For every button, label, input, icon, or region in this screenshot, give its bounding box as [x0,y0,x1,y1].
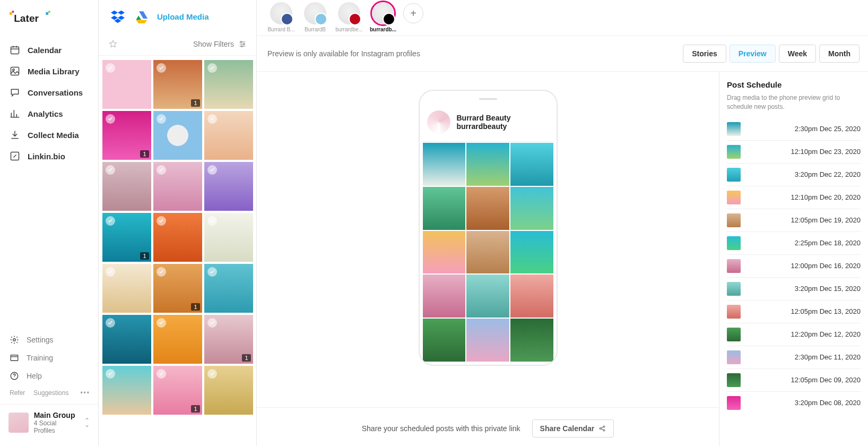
slot-thumbnail [727,350,741,364]
view-week-button[interactable]: Week [779,45,816,63]
grid-cell[interactable] [510,275,553,318]
grid-cell[interactable] [423,187,466,230]
footer-help[interactable]: Help [0,367,98,385]
google-drive-icon[interactable] [134,10,149,23]
media-tile[interactable] [204,60,253,109]
media-tile[interactable] [153,213,202,262]
schedule-slot[interactable]: 3:20pm Dec 15, 2020 [727,278,861,301]
media-tile[interactable] [153,315,202,364]
media-tile[interactable] [204,366,253,415]
schedule-slot[interactable]: 2:30pm Dec 25, 2020 [727,118,861,141]
footer-training[interactable]: Training [0,349,98,367]
check-icon [157,165,166,175]
profile-avatar [304,2,326,24]
schedule-title: Post Schedule [727,80,861,89]
grid-cell[interactable] [423,143,466,186]
media-tile[interactable]: 1 [153,264,202,313]
schedule-slot[interactable]: 12:20pm Dec 12, 2020 [727,323,861,346]
upload-media-link[interactable]: Upload Media [157,12,209,21]
grid-cell[interactable] [423,275,466,318]
grid-cell[interactable] [510,187,553,230]
grid-cell[interactable] [466,275,509,318]
instagram-grid[interactable] [422,142,554,363]
schedule-slot[interactable]: 2:30pm Dec 11, 2020 [727,346,861,369]
schedule-slot[interactable]: 12:05pm Dec 09, 2020 [727,369,861,392]
refer-link[interactable]: Refer [10,389,25,397]
media-tile[interactable] [153,111,202,160]
grid-cell[interactable] [510,231,553,274]
show-filters-label: Show Filters [193,40,234,48]
media-tile[interactable]: 1 [102,213,151,262]
nav-calendar[interactable]: Calendar [0,39,98,61]
media-tile[interactable] [204,264,253,313]
check-icon [207,369,217,379]
media-grid: 111111 [99,56,256,419]
share-calendar-button[interactable]: Share Calendar [532,419,614,438]
nav-conversations[interactable]: Conversations [0,82,98,103]
profile-tw[interactable]: BurrardB [301,2,329,32]
media-tile[interactable]: 1 [153,60,202,109]
grid-cell[interactable] [423,231,466,274]
grid-cell[interactable] [510,319,553,362]
media-tile[interactable] [102,264,151,313]
svg-rect-2 [46,12,48,15]
schedule-slot[interactable]: 12:10pm Dec 23, 2020 [727,141,861,164]
profile-ig[interactable]: burrardb... [369,2,397,32]
media-tile[interactable] [153,162,202,211]
collect-media-icon [10,130,20,140]
media-tile[interactable] [102,315,151,364]
grid-cell[interactable] [466,187,509,230]
media-tile[interactable]: 1 [102,111,151,160]
profile-fb[interactable]: Burrard B... [267,2,295,32]
profile-avatar [372,2,394,24]
view-preview-button[interactable]: Preview [730,45,776,63]
schedule-slot[interactable]: 12:10pm Dec 20, 2020 [727,186,861,209]
media-tile[interactable] [204,213,253,262]
nav-analytics[interactable]: Analytics [0,103,98,124]
nav-collect-media[interactable]: Collect Media [0,124,98,145]
footer-settings[interactable]: Settings [0,331,98,349]
profile-pn[interactable]: burrardbe... [335,2,363,32]
media-tile[interactable] [204,162,253,211]
media-tile[interactable]: 1 [204,315,253,364]
suggestions-link[interactable]: Suggestions [33,389,68,397]
avatar [427,110,450,134]
settings-icon [10,335,19,345]
media-tile[interactable]: 1 [153,366,202,415]
view-month-button[interactable]: Month [819,45,860,63]
check-icon [157,318,166,328]
media-tile[interactable] [102,366,151,415]
slot-time: 3:20pm Dec 22, 2020 [795,170,861,178]
dropbox-icon[interactable] [110,10,125,23]
slot-time: 3:20pm Dec 08, 2020 [795,399,861,407]
share-text: Share your scheduled posts with this pri… [362,424,520,433]
more-icon[interactable]: ••• [80,389,90,397]
svg-rect-10 [11,355,18,361]
media-tile[interactable] [102,162,151,211]
nav-media-library[interactable]: Media Library [0,61,98,82]
schedule-slot[interactable]: 12:05pm Dec 19, 2020 [727,209,861,232]
nav-linkinbio[interactable]: Linkin.bio [0,145,98,167]
media-tile[interactable] [204,111,253,160]
schedule-slot[interactable]: 2:25pm Dec 18, 2020 [727,232,861,255]
check-icon [207,63,217,73]
grid-cell[interactable] [466,231,509,274]
grid-cell[interactable] [510,143,553,186]
view-stories-button[interactable]: Stories [683,45,726,63]
media-count-badge: 1 [191,405,199,413]
schedule-slot[interactable]: 12:00pm Dec 16, 2020 [727,255,861,278]
svg-point-14 [241,46,242,47]
schedule-slot[interactable]: 3:20pm Dec 22, 2020 [727,164,861,186]
show-filters-button[interactable]: Show Filters [193,40,247,48]
svg-rect-5 [11,47,19,54]
media-tile[interactable] [102,60,151,109]
slot-time: 12:00pm Dec 16, 2020 [791,262,861,270]
grid-cell[interactable] [423,319,466,362]
star-icon[interactable] [108,39,118,49]
grid-cell[interactable] [466,143,509,186]
add-profile-button[interactable]: + [403,3,423,23]
schedule-slot[interactable]: 12:05pm Dec 13, 2020 [727,301,861,323]
schedule-slot[interactable]: 3:20pm Dec 08, 2020 [727,392,861,414]
group-selector[interactable]: Main Group 4 Social Profiles ⌃⌄ [0,404,98,441]
grid-cell[interactable] [466,319,509,362]
